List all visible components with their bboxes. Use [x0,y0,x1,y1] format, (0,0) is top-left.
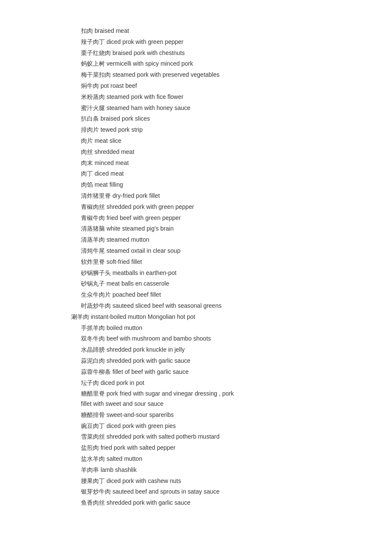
list-item: 清炸猪里脊 dry-fried pork fillet [0,191,392,202]
list-item: 蜜汁火腿 steamed ham with honey sauce [0,103,392,114]
list-item: 糖醋排骨 sweet-and-sour spareribs [0,410,392,421]
list-item: 肉片 meat slice [0,136,392,147]
list-item: 蚂蚁上树 vermicelli with spicy minced pork [0,58,392,69]
list-item: 盐煎肉 fried pork with salted pepper [0,442,392,454]
list-item: 栗子红烧肉 braised pork with chestnuts [0,48,392,59]
list-item: 辣子肉丁 diced prok with green pepper [0,37,392,48]
list-item: 砂锅丸子 meat balls en casserole [0,278,392,289]
list-item: 雪菜肉丝 shredded pork with salted potherb m… [0,431,392,442]
list-item: 生氽牛肉片 poached beef fillet [0,289,392,301]
list-item: 腰果肉丁 diced pork with cashew nuts [0,476,392,487]
list-item: 盐水羊肉 salted mutton [0,454,392,465]
list-item: 肉丝 shredded meat [0,147,392,158]
list-item: 手抓羊肉 boiled mutton [0,323,392,334]
list-item: 蒜泥白肉 shredded pork with garlic sauce [0,356,392,367]
list-item: 梅干菜扣肉 steamed pork with preserved vegeta… [0,69,392,81]
list-item: 水晶蹄膀 shredded pork knuckle in jelly [0,344,392,356]
list-item: 排肉片 tewed pork strip [0,124,392,136]
list-item: 时蔬炒牛肉 sauteed sliced beef with seasonal … [0,301,392,312]
list-item: 银芽炒牛肉 sauteed beef and sprouts in satay … [0,486,392,497]
list-item: 焖牛肉 pot roast beef [0,81,392,92]
menu-list: 扣肉 braised meat辣子肉丁 diced prok with gree… [0,26,392,509]
list-item: 糖醋里脊 pork fried with sugar and vinegar d… [0,388,239,410]
list-item: 羊肉串 lamb shashlik [0,465,392,476]
list-item: 砂锅狮子头 meatballs in earthen-pot [0,268,392,279]
list-item: 软炸里脊 soft-fried fillet [0,257,392,268]
list-item: 鱼香肉丝 shredded pork with garlic sauce [0,497,392,509]
list-item: 涮羊肉 instant-boiled mutton Mongolian hot … [0,312,392,323]
list-item: 扒白条 braised pork slices [0,113,392,124]
list-item: 米粉蒸肉 steamed pork with fice flower [0,92,392,103]
list-item: 青椒牛肉 fried beef with green pepper [0,213,392,224]
list-item: 清蒸猪脑 white steamed pig's brain [0,223,392,234]
list-item: 肉馅 meat filling [0,179,392,191]
list-item: 蒜蓉牛柳条 fillet of beef with garlic sauce [0,367,392,378]
list-item: 清蒸羊肉 steamed mutton [0,234,392,246]
list-item: 豌豆肉丁 diced pork with green pies [0,421,392,432]
list-item: 肉丁 diced meat [0,168,392,179]
list-item: 双冬牛肉 beef with mushroom and bambo shoots [0,333,392,344]
list-item: 青椒肉丝 shredded pork with green pepper [0,202,392,213]
list-item: 扣肉 braised meat [0,26,392,37]
list-item: 坛子肉 diced pork in pot [0,378,392,389]
list-item: 清炖牛尾 steamed oxtail in clear soup [0,246,392,257]
list-item: 肉末 minced meat [0,158,392,169]
